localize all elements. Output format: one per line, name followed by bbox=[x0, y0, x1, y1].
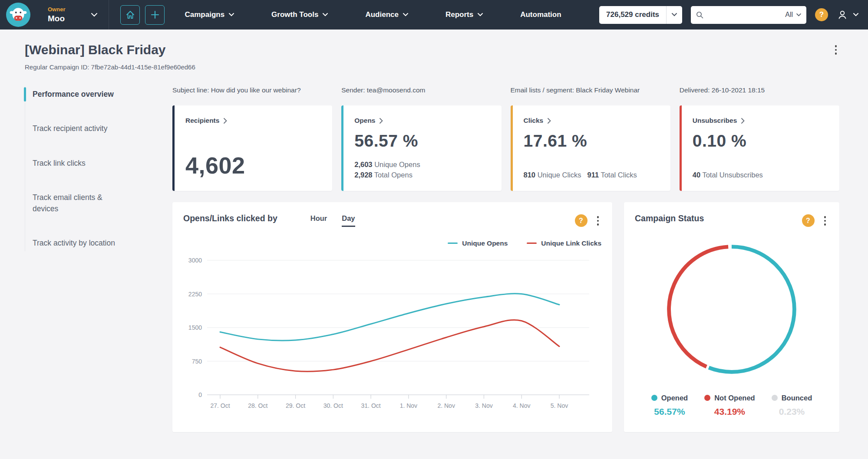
help-button[interactable]: ? bbox=[815, 8, 828, 21]
info-sender: Sender: tea@moosend.com bbox=[341, 86, 501, 94]
create-new-button[interactable] bbox=[145, 5, 165, 25]
sidebar-item-email-clients-devices[interactable]: Track email clients & devices bbox=[25, 190, 134, 217]
info-email-lists: Email lists / segment: Black Friday Webi… bbox=[511, 86, 670, 94]
opens-links-line-chart: 300022501500750027. Oct28. Oct29. Oct30.… bbox=[183, 247, 601, 416]
donut-title: Campaign Status bbox=[635, 213, 704, 223]
svg-text:1500: 1500 bbox=[188, 324, 202, 331]
moosend-logo[interactable] bbox=[6, 3, 30, 27]
menu-label: Campaigns bbox=[185, 10, 224, 19]
chevron-down-icon bbox=[229, 13, 234, 16]
stat-cards-row: Recipients 4,602 Opens 56.57 % 2,603 Uni… bbox=[172, 105, 839, 191]
line-chart-legend: Unique Opens Unique Link Clicks bbox=[183, 239, 601, 247]
chart-menu-kebab-icon[interactable] bbox=[594, 213, 602, 228]
chart-help-button[interactable]: ? bbox=[575, 214, 587, 227]
svg-text:27. Oct: 27. Oct bbox=[210, 402, 230, 409]
account-role: Owner bbox=[48, 6, 65, 13]
unsubscribes-rate: 0.10 % bbox=[693, 131, 827, 151]
sidebar-item-activity-by-location[interactable]: Track activity by location bbox=[25, 235, 134, 251]
credits-amount: 726,529 credits bbox=[599, 10, 666, 19]
svg-text:5. Nov: 5. Nov bbox=[551, 402, 568, 409]
clicks-card: Clicks 17.61 % 810 Unique Clicks911 Tota… bbox=[511, 105, 670, 191]
svg-text:3. Nov: 3. Nov bbox=[475, 402, 492, 409]
menu-item-campaigns[interactable]: Campaigns bbox=[185, 10, 234, 19]
recipients-card: Recipients 4,602 bbox=[172, 105, 332, 191]
opened-percentage: 56.57% bbox=[651, 407, 688, 417]
legend-not-opened: Not Opened 43.19% bbox=[704, 394, 755, 417]
opens-details: 2,603 Unique Opens 2,928 Total Opens bbox=[354, 160, 489, 180]
report-sidebar: Performance overview Track recipient act… bbox=[25, 86, 172, 432]
recipients-card-link[interactable]: Recipients bbox=[185, 117, 320, 125]
chevron-down-icon bbox=[478, 13, 483, 16]
unsubscribes-card: Unsubscribes 0.10 % 40 Total Unsubscribe… bbox=[680, 105, 839, 191]
opens-rate: 56.57 % bbox=[354, 131, 489, 151]
legend-opened: Opened 56.57% bbox=[651, 394, 688, 417]
user-menu[interactable] bbox=[837, 9, 858, 20]
chevron-down-icon bbox=[672, 13, 677, 16]
opened-dot bbox=[651, 395, 657, 401]
card-label: Unsubscribes bbox=[693, 117, 737, 125]
not-opened-percentage: 43.19% bbox=[704, 407, 755, 417]
svg-text:4. Nov: 4. Nov bbox=[513, 402, 530, 409]
page-actions-kebab-icon[interactable] bbox=[832, 43, 840, 57]
tab-day[interactable]: Day bbox=[342, 214, 355, 227]
chevron-right-icon bbox=[224, 118, 227, 124]
chevron-down-icon bbox=[853, 13, 858, 16]
search-scope-dropdown[interactable]: All bbox=[785, 11, 801, 19]
sidebar-item-performance-overview[interactable]: Performance overview bbox=[25, 86, 134, 102]
chart-interval-tabs: Hour Day bbox=[310, 214, 355, 227]
menu-label: Automation bbox=[520, 10, 561, 19]
svg-text:0: 0 bbox=[198, 391, 202, 398]
navbar-divider bbox=[109, 0, 109, 30]
search-scope-value: All bbox=[785, 11, 793, 19]
unique-link-clicks-swatch bbox=[527, 243, 537, 244]
user-icon bbox=[837, 9, 848, 20]
bounced-percentage: 0.23% bbox=[772, 407, 812, 417]
home-button[interactable] bbox=[120, 5, 140, 25]
donut-help-button[interactable]: ? bbox=[802, 214, 815, 227]
clicks-card-link[interactable]: Clicks bbox=[524, 117, 658, 125]
campaign-status-donut-chart bbox=[662, 239, 802, 379]
chart-title: Opens/Links clicked by bbox=[183, 213, 277, 223]
legend-unique-opens: Unique Opens bbox=[448, 239, 508, 247]
menu-item-automation[interactable]: Automation bbox=[520, 10, 561, 19]
svg-text:1. Nov: 1. Nov bbox=[400, 402, 417, 409]
search-icon bbox=[696, 11, 703, 19]
svg-text:750: 750 bbox=[192, 357, 202, 364]
donut-menu-kebab-icon[interactable] bbox=[822, 213, 829, 228]
campaign-info-row: Subject line: How did you like our webin… bbox=[172, 86, 839, 94]
unsubscribes-details: 40 Total Unsubscribes bbox=[693, 170, 827, 180]
legend-unique-link-clicks: Unique Link Clicks bbox=[527, 239, 601, 247]
campaign-status-card: Campaign Status ? Opened bbox=[624, 202, 839, 432]
svg-text:31. Oct: 31. Oct bbox=[361, 402, 381, 409]
svg-text:28. Oct: 28. Oct bbox=[248, 402, 267, 409]
chevron-down-icon bbox=[323, 13, 328, 16]
menu-item-audience[interactable]: Audience bbox=[365, 10, 408, 19]
svg-text:2. Nov: 2. Nov bbox=[437, 402, 455, 409]
tab-hour[interactable]: Hour bbox=[310, 214, 327, 227]
donut-legend: Opened 56.57% Not Opened 43.19% bbox=[635, 394, 828, 417]
opens-card-link[interactable]: Opens bbox=[354, 117, 489, 125]
info-subject-line: Subject line: How did you like our webin… bbox=[172, 86, 332, 94]
chevron-down-icon bbox=[796, 13, 801, 16]
menu-item-reports[interactable]: Reports bbox=[446, 10, 483, 19]
campaign-id: Regular Campaign ID: 7fbe72ab-44d1-415e-… bbox=[25, 63, 839, 71]
credits-dropdown[interactable]: 726,529 credits bbox=[599, 6, 682, 24]
account-name: Moo bbox=[48, 14, 65, 23]
menu-label: Audience bbox=[365, 10, 399, 19]
sidebar-item-link-clicks[interactable]: Track link clicks bbox=[25, 155, 134, 171]
unsubscribes-card-link[interactable]: Unsubscribes bbox=[693, 117, 827, 125]
sidebar-item-recipient-activity[interactable]: Track recipient activity bbox=[25, 121, 134, 137]
not-opened-dot bbox=[704, 395, 710, 401]
opens-links-chart-card: Opens/Links clicked by Hour Day ? bbox=[172, 202, 612, 432]
recipients-value: 4,602 bbox=[185, 152, 320, 179]
menu-item-growth-tools[interactable]: Growth Tools bbox=[271, 10, 328, 19]
chevron-right-icon bbox=[380, 118, 383, 124]
account-switcher[interactable]: Owner Moo bbox=[48, 6, 97, 23]
info-delivered: Delivered: 26-10-2021 18:15 bbox=[680, 86, 839, 94]
main-menu: Campaigns Growth Tools Audience Reports … bbox=[185, 10, 561, 19]
chevron-down-icon bbox=[403, 13, 408, 16]
card-label: Clicks bbox=[524, 117, 544, 125]
search-input[interactable] bbox=[707, 11, 782, 19]
svg-text:2250: 2250 bbox=[188, 290, 202, 297]
card-label: Recipients bbox=[185, 117, 219, 125]
